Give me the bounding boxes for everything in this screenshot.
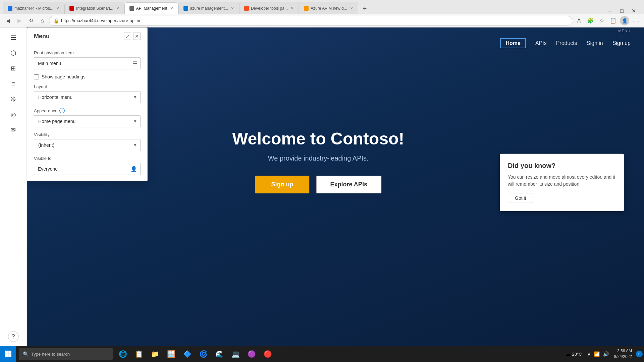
root-nav-label: Root navigation item — [34, 50, 141, 55]
tab-6[interactable]: Azure APIM new d... ✕ — [299, 2, 358, 14]
taskbar-search[interactable]: 🔍 Type here to search — [19, 348, 113, 360]
back-button[interactable]: ◀ — [3, 16, 13, 25]
extensions-icon[interactable]: 🧩 — [586, 16, 595, 25]
taskbar-icon-1[interactable]: 🌐 — [115, 347, 130, 361]
tab-5-close[interactable]: ✕ — [290, 6, 294, 11]
tab-3-icon — [129, 6, 134, 11]
visibility-select[interactable]: (Inherit) Public Private — [34, 139, 141, 151]
tab-1[interactable]: mazhar444 - Micros... ✕ — [3, 2, 64, 14]
time-display: 3:56 AM — [614, 348, 632, 354]
main-area: ☰ ⬡ ⊞ ≡ ❊ ◎ ✉ ? MENU contoso Home APIs P… — [0, 27, 644, 346]
tab-4-label: azure management... — [190, 6, 228, 11]
root-nav-input[interactable] — [34, 57, 141, 69]
dyk-text: You can resize and move almost every edi… — [508, 173, 616, 187]
nav-link-home[interactable]: Home — [500, 38, 526, 48]
tab-5[interactable]: Developer tools pa... ✕ — [239, 2, 299, 14]
sidebar-item-network[interactable]: ❊ — [5, 92, 22, 107]
visibility-select-wrapper: (Inherit) Public Private ▼ — [34, 139, 141, 151]
url-text: https://mazhar444.developer.azure-api.ne… — [61, 18, 143, 23]
nav-link-products[interactable]: Products — [556, 40, 577, 46]
tab-4[interactable]: azure management... ✕ — [178, 2, 239, 14]
layout-label: Layout — [34, 84, 141, 89]
appearance-info-icon[interactable]: i — [59, 108, 65, 113]
visible-to-input[interactable] — [34, 163, 141, 175]
tab-4-close[interactable]: ✕ — [231, 6, 234, 11]
taskbar-icon-edge[interactable]: 🌊 — [212, 347, 227, 361]
close-button[interactable]: ✕ — [629, 8, 639, 14]
taskbar-icon-7[interactable]: 💻 — [228, 347, 243, 361]
sidebar-item-menu[interactable]: ☰ — [5, 30, 22, 45]
clock[interactable]: 3:56 AM 8/24/2022 — [611, 348, 635, 360]
tab-3-label: API Management — [136, 6, 167, 11]
search-icon: 🔍 — [23, 351, 29, 357]
chevron-up-icon[interactable]: ∧ — [586, 351, 592, 357]
start-button[interactable] — [0, 346, 16, 362]
taskbar-icon-3[interactable]: 📁 — [148, 347, 162, 361]
weather-icon[interactable]: ☁ 28°C — [562, 350, 585, 358]
tab-1-close[interactable]: ✕ — [56, 6, 59, 11]
modal-header: Menu ⤢ ✕ — [27, 28, 147, 44]
layout-field-group: Layout Horizontal menu Vertical menu ▼ — [34, 84, 141, 103]
address-bar: ◀ ▶ ↻ ⌂ 🔒 https://mazhar444.developer.az… — [0, 14, 644, 27]
show-headings-checkbox[interactable] — [34, 74, 39, 79]
taskbar-icon-8[interactable]: 🟣 — [244, 347, 259, 361]
date-display: 8/24/2022 — [614, 354, 632, 360]
taskbar: 🔍 Type here to search 🌐 📋 📁 🪟 🔷 🌀 🌊 💻 🟣 … — [0, 346, 644, 362]
temperature: 28°C — [572, 352, 582, 357]
did-you-know-card: Did you know? You can resize and move al… — [500, 154, 624, 211]
menu-dots-icon[interactable]: ⋯ — [631, 16, 641, 25]
sidebar-item-layers[interactable]: ⬡ — [5, 46, 22, 60]
nav-link-apis[interactable]: APIs — [535, 40, 547, 46]
tab-1-label: mazhar444 - Micros... — [14, 6, 53, 11]
tab-bar-controls: ─ □ ✕ — [603, 8, 641, 14]
sidebar-item-globe[interactable]: ◎ — [5, 107, 22, 122]
taskbar-icon-4[interactable]: 🪟 — [164, 347, 178, 361]
tab-3-close[interactable]: ✕ — [170, 6, 173, 11]
taskbar-right: ☁ 28°C ∧ 📶 🔊 3:56 AM 8/24/2022 6 — [562, 348, 644, 360]
cloud-icon: ☁ — [565, 350, 571, 358]
tab-6-close[interactable]: ✕ — [350, 6, 353, 11]
notification-area[interactable]: 6 — [636, 351, 643, 357]
sidebar-item-grid[interactable]: ⊞ — [5, 61, 22, 76]
profile-icon[interactable]: 👤 — [620, 16, 629, 25]
dyk-title: Did you know? — [508, 162, 616, 169]
home-button[interactable]: ⌂ — [38, 16, 47, 25]
appearance-select[interactable]: Home page menu Default menu — [34, 115, 141, 127]
expand-icon[interactable]: ⤢ — [124, 33, 131, 40]
taskbar-icon-6[interactable]: 🌀 — [196, 347, 211, 361]
sidebar-item-help[interactable]: ? — [8, 331, 19, 342]
wifi-icon[interactable]: 📶 — [593, 351, 601, 357]
collections-icon[interactable]: 📋 — [608, 16, 618, 25]
appearance-label: Appearance — [34, 108, 57, 113]
layout-select[interactable]: Horizontal menu Vertical menu — [34, 91, 141, 103]
appearance-select-wrapper: Home page menu Default menu ▼ — [34, 115, 141, 127]
taskbar-icon-2[interactable]: 📋 — [131, 347, 146, 361]
visible-to-field-group: Visible to Everyone 👤 — [34, 156, 141, 175]
nav-link-signin[interactable]: Sign in — [587, 40, 603, 46]
maximize-button[interactable]: □ — [618, 8, 626, 14]
sidebar-item-send[interactable]: ✉ — [5, 123, 22, 137]
taskbar-icon-9[interactable]: 🔴 — [260, 347, 275, 361]
nav-link-signup[interactable]: Sign up — [612, 40, 631, 46]
url-bar[interactable]: 🔒 https://mazhar444.developer.azure-api.… — [49, 16, 572, 26]
sidebar-item-list[interactable]: ≡ — [5, 76, 22, 91]
modal-body: Root navigation item ☰ Main menu Show pa… — [27, 44, 147, 181]
new-tab-button[interactable]: + — [360, 3, 370, 14]
search-placeholder: Type here to search — [31, 352, 70, 357]
explore-apis-button[interactable]: Explore APIs — [316, 176, 381, 193]
taskbar-icon-5[interactable]: 🔷 — [180, 347, 195, 361]
tab-2[interactable]: Integration Scenari... ✕ — [64, 2, 124, 14]
signup-button[interactable]: Sign up — [255, 176, 310, 193]
translate-icon[interactable]: A — [574, 16, 584, 25]
sys-icons: ∧ 📶 🔊 — [586, 351, 610, 357]
modal-close-icon[interactable]: ✕ — [133, 33, 141, 40]
forward-button[interactable]: ▶ — [15, 16, 24, 25]
favorites-icon[interactable]: ☆ — [597, 16, 606, 25]
minimize-button[interactable]: ─ — [606, 8, 615, 14]
got-it-button[interactable]: Got it — [508, 193, 533, 203]
volume-icon[interactable]: 🔊 — [602, 351, 610, 357]
tab-3[interactable]: API Management ✕ — [124, 2, 178, 14]
tab-2-close[interactable]: ✕ — [116, 6, 119, 11]
appearance-row: Appearance i — [34, 108, 141, 113]
refresh-button[interactable]: ↻ — [26, 16, 36, 25]
